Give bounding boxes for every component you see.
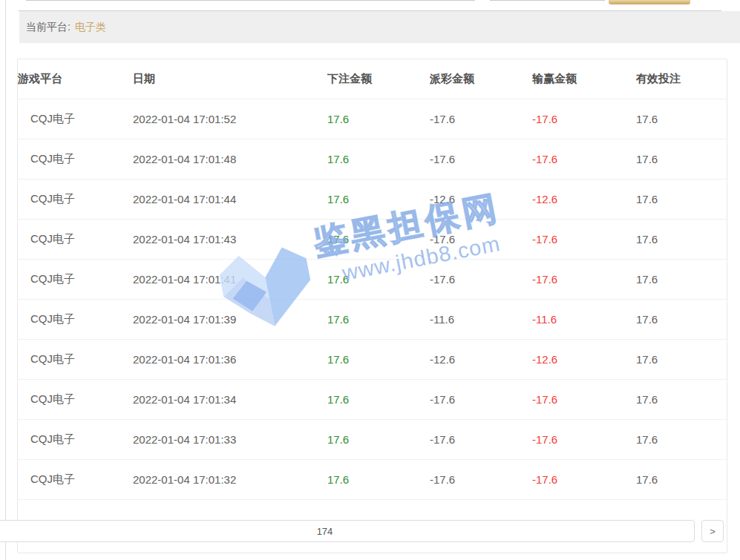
cell-valid-bet: 17.6 (636, 300, 727, 340)
filter-search-button[interactable] (609, 0, 690, 4)
table-row: CQJ电子 2022-01-04 17:01:36 17.6 -12.6 -12… (18, 340, 727, 380)
table-row: CQJ电子 2022-01-04 17:01:33 17.6 -17.6 -17… (18, 420, 727, 460)
cell-bet-amount: 17.6 (327, 420, 430, 460)
cell-winloss-amount: -17.6 (532, 420, 636, 460)
cell-valid-bet: 17.6 (636, 179, 727, 220)
pagination-last-page-button[interactable]: 174 (0, 520, 695, 542)
cell-platform: CQJ电子 (18, 460, 133, 500)
cell-date: 2022-01-04 17:01:32 (133, 460, 327, 500)
cell-payout-amount: -12.6 (430, 340, 532, 380)
pagination: < 12345 ••• 174 > (0, 500, 727, 553)
cell-date: 2022-01-04 17:01:39 (133, 300, 327, 340)
cell-valid-bet: 17.6 (636, 99, 727, 139)
cell-date: 2022-01-04 17:01:44 (133, 179, 327, 220)
page: 当前平台: 电子类 游戏平台日期下注金额派彩金额输赢金额有效投注 CQJ电子 2… (0, 0, 740, 560)
cell-valid-bet: 17.6 (636, 139, 727, 179)
current-platform-label: 当前平台: (26, 21, 71, 34)
cell-winloss-amount: -17.6 (532, 220, 636, 260)
cell-payout-amount: -12.6 (430, 179, 532, 220)
cell-date: 2022-01-04 17:01:52 (133, 99, 327, 139)
cell-platform: CQJ电子 (18, 179, 133, 220)
column-header: 游戏平台 (18, 59, 133, 99)
cell-date: 2022-01-04 17:01:36 (133, 340, 327, 380)
cell-platform: CQJ电子 (18, 380, 133, 420)
table-row: CQJ电子 2022-01-04 17:01:41 17.6 -17.6 -17… (18, 260, 727, 300)
cell-winloss-amount: -12.6 (532, 179, 636, 220)
current-platform-value[interactable]: 电子类 (75, 21, 106, 34)
cell-payout-amount: -17.6 (430, 420, 532, 460)
cell-valid-bet: 17.6 (636, 260, 727, 300)
table-row: CQJ电子 2022-01-04 17:01:32 17.6 -17.6 -17… (18, 460, 727, 500)
column-header: 下注金额 (327, 59, 430, 99)
cell-winloss-amount: -17.6 (532, 460, 636, 500)
table-row: CQJ电子 2022-01-04 17:01:43 17.6 -17.6 -17… (18, 220, 727, 260)
cell-date: 2022-01-04 17:01:43 (133, 220, 327, 260)
cell-payout-amount: -17.6 (430, 99, 532, 139)
cell-payout-amount: -17.6 (430, 220, 532, 260)
column-header: 日期 (133, 59, 327, 99)
cell-bet-amount: 17.6 (327, 220, 430, 260)
cell-winloss-amount: -11.6 (532, 300, 636, 340)
cell-platform: CQJ电子 (18, 300, 133, 340)
filter-input-field[interactable] (26, 0, 475, 1)
cell-payout-amount: -11.6 (430, 300, 532, 340)
cell-bet-amount: 17.6 (327, 260, 430, 300)
records-table: 游戏平台日期下注金额派彩金额输赢金额有效投注 CQJ电子 2022-01-04 … (18, 59, 727, 500)
filter-input-field-2[interactable] (490, 0, 605, 1)
cell-platform: CQJ电子 (18, 420, 133, 460)
cell-winloss-amount: -12.6 (532, 340, 636, 380)
cell-valid-bet: 17.6 (636, 460, 727, 500)
cell-bet-amount: 17.6 (327, 99, 430, 139)
cell-winloss-amount: -17.6 (532, 139, 636, 179)
cell-platform: CQJ电子 (18, 220, 133, 260)
cell-payout-amount: -17.6 (430, 139, 532, 179)
cell-bet-amount: 17.6 (327, 460, 430, 500)
cell-winloss-amount: -17.6 (532, 380, 636, 420)
cell-date: 2022-01-04 17:01:41 (133, 260, 327, 300)
cell-platform: CQJ电子 (18, 99, 133, 139)
cell-winloss-amount: -17.6 (532, 99, 636, 139)
table-row: CQJ电子 2022-01-04 17:01:48 17.6 -17.6 -17… (18, 139, 727, 179)
cell-valid-bet: 17.6 (636, 340, 727, 380)
cell-bet-amount: 17.6 (327, 380, 430, 420)
table-header-row: 游戏平台日期下注金额派彩金额输赢金额有效投注 (18, 59, 727, 99)
cell-platform: CQJ电子 (18, 139, 133, 179)
cell-bet-amount: 17.6 (327, 340, 430, 380)
cell-valid-bet: 17.6 (636, 220, 727, 260)
cell-bet-amount: 17.6 (327, 179, 430, 220)
current-platform-bar: 当前平台: 电子类 (19, 11, 740, 43)
cell-date: 2022-01-04 17:01:48 (133, 139, 327, 179)
cell-valid-bet: 17.6 (636, 420, 727, 460)
column-header: 输赢金额 (532, 59, 636, 99)
cell-platform: CQJ电子 (18, 260, 133, 300)
cell-date: 2022-01-04 17:01:34 (133, 380, 327, 420)
pagination-next-button[interactable]: > (701, 520, 724, 542)
column-header: 有效投注 (636, 59, 727, 99)
table-row: CQJ电子 2022-01-04 17:01:34 17.6 -17.6 -17… (18, 380, 727, 420)
cell-bet-amount: 17.6 (327, 139, 430, 179)
table-row: CQJ电子 2022-01-04 17:01:39 17.6 -11.6 -11… (18, 300, 727, 340)
left-panel-divider (5, 0, 6, 560)
cell-payout-amount: -17.6 (430, 260, 532, 300)
cell-winloss-amount: -17.6 (532, 260, 636, 300)
cell-payout-amount: -17.6 (430, 380, 532, 420)
cell-date: 2022-01-04 17:01:33 (133, 420, 327, 460)
cell-valid-bet: 17.6 (636, 380, 727, 420)
records-table-card: 游戏平台日期下注金额派彩金额输赢金额有效投注 CQJ电子 2022-01-04 … (17, 59, 727, 553)
column-header: 派彩金额 (430, 59, 532, 99)
table-row: CQJ电子 2022-01-04 17:01:44 17.6 -12.6 -12… (18, 179, 727, 220)
table-row: CQJ电子 2022-01-04 17:01:52 17.6 -17.6 -17… (18, 99, 727, 139)
cell-payout-amount: -17.6 (430, 460, 532, 500)
cell-bet-amount: 17.6 (327, 300, 430, 340)
cell-platform: CQJ电子 (18, 340, 133, 380)
